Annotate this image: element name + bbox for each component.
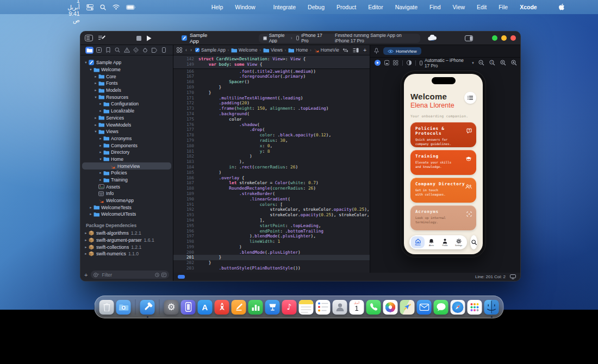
chevron-open-icon[interactable]: ▾ [84,60,88,65]
code-line-201[interactable]: 201 } [173,255,370,260]
code-line-171[interactable]: 171 .multilineTextAlignment(.leading) [173,96,370,101]
search-icon[interactable] [100,4,106,10]
chevron-closed-icon[interactable]: ▸ [84,245,88,249]
dock-pages-icon[interactable] [232,300,246,315]
crumb-welcome[interactable]: Welcome [231,47,257,53]
code-line-167[interactable]: 167 .foregroundColor(.primary) [173,74,370,79]
menu-help[interactable]: Help [205,4,229,10]
chevron-closed-icon[interactable]: ▸ [98,178,103,182]
chevron-closed-icon[interactable]: ▸ [98,136,103,141]
chevron-closed-icon[interactable]: ▸ [89,205,93,210]
code-line-190[interactable]: 190 .linearGradient( [173,197,370,202]
navigator-tab-breakpoints[interactable] [151,47,159,54]
scheme-device-segment[interactable]: iPhone 17 Pro [296,34,329,43]
code-line-174[interactable]: 174 .background( [173,111,370,117]
card-acronyms[interactable]: AcronymsLook up internal terminology. [410,205,476,230]
menu-debug[interactable]: Debug [302,4,331,10]
related-items-icon[interactable] [177,47,182,53]
code-line-192[interactable]: 192 strokeColor, strokeColor.opacity(0.2… [173,207,370,212]
card-company-directory[interactable]: Company DirectoryGet in touch with colle… [410,178,476,203]
package-item-swift-numerics[interactable]: ▸swift-numerics1.1.0 [80,250,173,258]
menu-product[interactable]: Product [331,4,362,10]
code-line-170[interactable]: 170 } [173,90,370,96]
zoom-out-icon[interactable] [478,60,484,66]
chevron-closed-icon[interactable]: ▸ [98,102,103,106]
tree-item-policies[interactable]: ▸Policies [80,170,173,177]
zoom-100-icon[interactable]: 1 [489,60,495,66]
code-line-180[interactable]: 180 x: 0, [173,143,370,149]
scheme-app-segment[interactable]: Sample App › [259,34,297,43]
dock-numbers-icon[interactable] [248,300,263,315]
tree-item-localizable[interactable]: ▸Localizable [80,108,173,115]
code-line-178[interactable]: 178 color: .black.opacity(0.12), [173,133,370,138]
navigator-toggle-icon[interactable] [85,35,93,41]
menu-navigate[interactable]: Navigate [389,4,423,10]
code-line-199[interactable]: 199 ) [173,244,370,250]
chevron-open-icon[interactable]: ▾ [98,157,103,161]
chevron-closed-icon[interactable]: ▸ [84,238,88,242]
package-item-swift-collections[interactable]: ▸swift-collections1.2.1 [80,243,173,250]
pin-icon[interactable] [374,48,379,54]
chevron-closed-icon[interactable]: ▸ [84,231,88,235]
tree-item-configuration[interactable]: ▸Configuration [80,101,173,108]
tree-item-welcomeapp[interactable]: WelcomeApp [80,197,173,204]
dock-contacts-icon[interactable] [333,300,347,315]
tree-item-welcomeuitests[interactable]: ▸WelcomeUITests [80,211,173,218]
code-area[interactable]: 142struct CardView<Destination: View>: V… [173,55,370,273]
tree-item-sample-app[interactable]: ▾Sample App [80,59,173,66]
zoom-in-icon[interactable] [511,60,517,66]
go-forward-icon[interactable]: › [190,47,192,53]
tab-settings[interactable]: Settings [452,236,465,248]
chevron-closed-icon[interactable]: ▸ [89,212,93,216]
search-button[interactable] [470,235,477,249]
dock-phone-icon[interactable] [366,300,381,315]
menu-xcode[interactable]: Xcode [514,4,543,10]
dock-settings-icon[interactable]: ⚙ [164,300,179,315]
chevron-closed-icon[interactable]: ▸ [98,109,103,113]
zoom-fit-icon[interactable] [500,60,506,66]
code-line-169[interactable]: 169 } [173,85,370,90]
code-line-189[interactable]: 189 .strokeBorder( [173,191,370,197]
device-selector[interactable]: Automatic – iPhone 17 Pro ▼ [420,58,475,68]
code-line-203[interactable]: 203 .buttonStyle(PlainButtonStyle()) [173,266,370,271]
tree-item-info[interactable]: Info [80,190,173,197]
code-line-200[interactable]: 200 .blendMode(.plusLighter) [173,250,370,255]
add-editor-icon[interactable]: + [363,47,366,53]
code-line-183[interactable]: 183 ), [173,159,370,165]
navigator-tab-debug[interactable] [141,47,149,54]
code-line-175[interactable]: 175 color [173,117,370,122]
dock-simulator-icon[interactable] [215,300,229,315]
color-scheme-icon[interactable] [407,60,412,66]
crumb-home[interactable]: Home [288,47,308,53]
code-line-185[interactable]: 185 ) [173,170,370,175]
dock-safari-icon[interactable] [451,300,465,315]
navigator-tab-reports[interactable] [160,47,168,54]
menu-button[interactable] [464,92,476,104]
menu-window[interactable]: Window [229,4,261,10]
tab-alerts[interactable]: Alerts [425,236,438,248]
zoom-window-button[interactable] [492,35,497,41]
code-line-176[interactable]: 176 .shadow( [173,122,370,128]
cloud-status-icon[interactable] [428,35,437,41]
code-line-181[interactable]: 181 y: 8 [173,149,370,154]
crumb-homeview[interactable]: HomeView [314,47,339,53]
dock-calendar-icon[interactable]: أبريل1 [350,300,364,315]
control-center-icon[interactable] [86,4,94,10]
tree-item-acronyms[interactable]: ▸Acronyms [80,135,173,142]
code-line-168[interactable]: 168 Spacer() [173,79,370,85]
tree-item-homeview[interactable]: HomeView [82,162,171,170]
package-item-swift-algorithms[interactable]: ▸swift-algorithms1.2.1 [80,230,173,237]
dock-xcode-icon[interactable] [140,300,155,315]
code-line-198[interactable]: 198 lineWidth: 1 [173,239,370,244]
navigator-tab-tests[interactable] [132,47,140,54]
add-item-button[interactable]: + [84,272,88,278]
tree-item-models[interactable]: ▸Models [80,87,173,94]
code-review-icon[interactable] [342,48,348,53]
chevron-open-icon[interactable]: ▾ [94,95,98,99]
chevron-closed-icon[interactable]: ▸ [94,74,98,79]
editor-options-icon[interactable] [353,48,359,53]
stop-button[interactable] [136,36,141,41]
code-line-186[interactable]: 186 .overlay { [173,175,370,181]
dock-downloads-icon[interactable] [116,300,131,315]
dock-finder-icon[interactable] [484,300,499,315]
